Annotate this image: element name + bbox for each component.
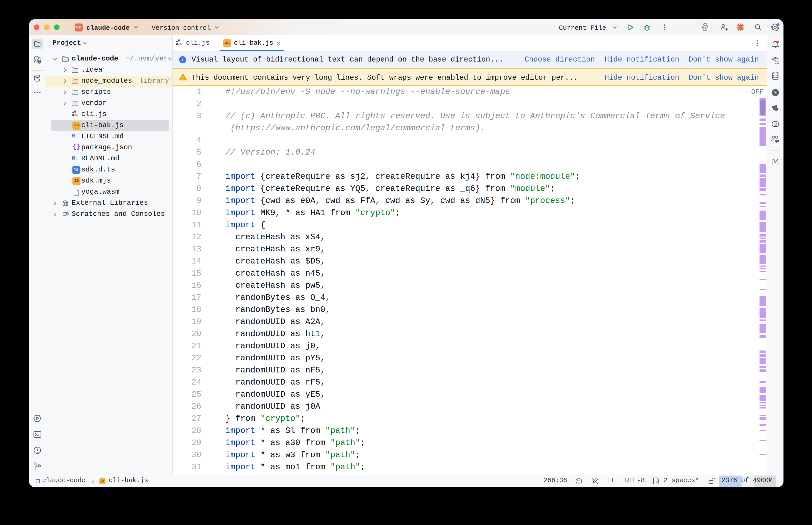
svg-text:?: ? <box>38 60 40 64</box>
svg-text:X: X <box>774 90 777 95</box>
